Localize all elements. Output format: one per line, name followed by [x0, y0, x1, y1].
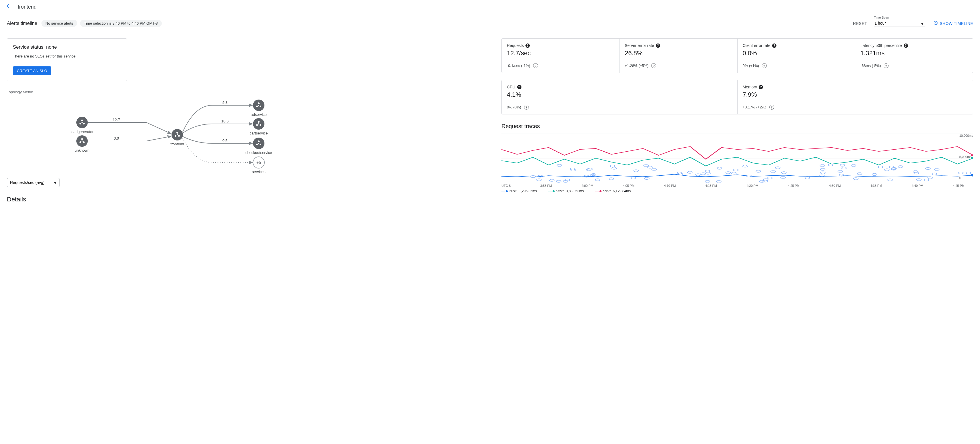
svg-point-45	[717, 167, 722, 169]
timespan-label: Time Span	[874, 16, 889, 19]
metric-value: 12.7/sec	[507, 50, 614, 57]
node-checkoutservice[interactable]: checkoutservice	[245, 137, 272, 155]
svg-point-60	[821, 168, 825, 170]
back-arrow-icon[interactable]	[6, 3, 12, 11]
svg-point-50	[631, 177, 636, 179]
request-traces-heading: Request traces	[501, 123, 973, 129]
alerts-timeline-label: Alerts timeline	[7, 21, 37, 26]
edge-frontend-checkoutservice	[183, 136, 253, 143]
metric-change: -0.1/sec (-1%)	[507, 64, 530, 68]
create-slo-button[interactable]: CREATE AN SLO	[13, 66, 51, 75]
svg-point-33	[644, 177, 649, 179]
chart-legend: 50%:1,295.36ms95%:3,888.53ms99%:6,179.84…	[501, 189, 973, 193]
svg-point-82	[924, 179, 929, 181]
svg-point-84	[536, 179, 541, 181]
clock-icon	[934, 21, 938, 26]
edge-label-fe-ad: 5.3	[223, 101, 228, 105]
svg-point-47	[595, 179, 600, 181]
edge-frontend-adservice	[183, 105, 253, 132]
svg-point-41	[587, 168, 592, 170]
chart-y-axis: 10,000ms 5,000ms 0	[959, 134, 973, 180]
node-frontend[interactable]: frontend	[170, 129, 184, 146]
svg-point-39	[557, 164, 562, 166]
svg-point-70	[586, 169, 591, 171]
svg-text:+5: +5	[256, 160, 261, 165]
help-icon[interactable]: ?	[904, 43, 908, 48]
timespan-select-wrap[interactable]: Time Span ▼	[874, 20, 925, 27]
topology-metric-select-wrap[interactable]: ▼	[7, 178, 59, 187]
topology-graph[interactable]: 12.7 0.0 5.3 10.6 0.5 loadgenerator unkn…	[60, 98, 278, 184]
help-icon[interactable]: ?	[656, 43, 660, 48]
info-icon[interactable]: ?	[884, 63, 889, 68]
svg-point-73	[771, 171, 776, 172]
node-cartservice[interactable]: cartservice	[250, 118, 267, 135]
svg-point-69	[934, 169, 939, 171]
node-more-services[interactable]: +5services	[252, 157, 266, 174]
help-icon[interactable]: ?	[759, 85, 763, 89]
svg-point-75	[705, 180, 710, 182]
timespan-select[interactable]	[874, 20, 925, 27]
svg-point-77	[926, 168, 931, 169]
metric-memory[interactable]: Memory? 7.9% +0.17% (+2%)?	[738, 80, 973, 114]
svg-text:checkoutservice: checkoutservice	[245, 150, 272, 155]
svg-text:cartservice: cartservice	[250, 131, 267, 135]
svg-point-21	[556, 180, 561, 182]
reset-button[interactable]: RESET	[853, 21, 867, 26]
metric-value: 1,321ms	[861, 50, 968, 57]
svg-point-83	[695, 174, 700, 176]
svg-point-24	[705, 170, 710, 172]
svg-point-97	[549, 179, 554, 181]
svg-point-96	[716, 180, 721, 182]
show-timeline-label: SHOW TIMELINE	[940, 21, 973, 26]
svg-point-40	[760, 180, 764, 182]
svg-point-87	[706, 172, 710, 174]
chip-no-alerts: No service alerts	[41, 20, 77, 27]
help-icon[interactable]: ?	[525, 43, 530, 48]
edge-label-fe-checkout: 0.5	[223, 139, 228, 143]
request-traces-chart[interactable]: 10,000ms 5,000ms 0 UTC-83:55 PM4:00 PM4:…	[501, 134, 973, 191]
info-icon[interactable]: ?	[651, 63, 656, 68]
service-status-body: There are no SLOs set for this service.	[13, 54, 121, 58]
svg-point-78	[889, 166, 894, 168]
metric-server-error-rate[interactable]: Server error rate? 26.8% +1.28% (+5%)?	[619, 38, 737, 73]
edge-frontend-cartservice	[183, 124, 253, 133]
svg-point-86	[756, 170, 761, 172]
topology-metric-select[interactable]	[7, 178, 59, 187]
metric-requests[interactable]: Requests? 12.7/sec -0.1/sec (-1%)?	[502, 38, 619, 73]
metrics-row-1: Requests? 12.7/sec -0.1/sec (-1%)? Serve…	[501, 38, 973, 73]
edge-loadgenerator-frontend	[88, 123, 172, 134]
info-icon[interactable]: ?	[762, 63, 767, 68]
metric-change: +0.17% (+2%)	[743, 105, 767, 109]
svg-point-92	[733, 169, 738, 171]
svg-point-63	[776, 167, 780, 169]
help-icon[interactable]: ?	[772, 43, 776, 48]
svg-text:services: services	[252, 170, 266, 174]
svg-point-62	[652, 169, 657, 171]
node-loadgenerator[interactable]: loadgenerator	[71, 117, 94, 134]
metric-change: 0% (0%)	[507, 105, 521, 109]
svg-text:frontend: frontend	[170, 142, 184, 146]
svg-point-91	[768, 177, 772, 179]
info-icon[interactable]: ?	[533, 63, 538, 68]
svg-text:loadgenerator: loadgenerator	[71, 129, 94, 134]
svg-point-48	[916, 179, 921, 180]
service-status-card: Service status: none There are no SLOs s…	[7, 38, 127, 81]
node-adservice[interactable]: adservice	[251, 99, 267, 117]
svg-point-66	[928, 177, 932, 179]
svg-point-98	[612, 167, 617, 169]
chart-canvas	[501, 134, 973, 182]
node-unknown[interactable]: unknown	[75, 135, 89, 152]
metric-cpu[interactable]: CPU? 4.1% 0% (0%)?	[502, 80, 738, 114]
info-icon[interactable]: ?	[524, 105, 529, 110]
svg-point-37	[726, 172, 731, 174]
metric-client-error-rate[interactable]: Client error rate? 0.0% 0% (+1%)?	[738, 38, 855, 73]
show-timeline-button[interactable]: SHOW TIMELINE	[934, 21, 973, 26]
svg-point-64	[701, 173, 706, 175]
svg-point-38	[885, 169, 889, 171]
header-bar: frontend	[0, 0, 980, 14]
help-icon[interactable]: ?	[517, 85, 522, 89]
svg-point-26	[644, 165, 649, 166]
info-icon[interactable]: ?	[769, 105, 774, 110]
metric-value: 26.8%	[625, 50, 732, 57]
metric-latency-p50[interactable]: Latency 50th percentile? 1,321ms -68ms (…	[855, 38, 973, 73]
